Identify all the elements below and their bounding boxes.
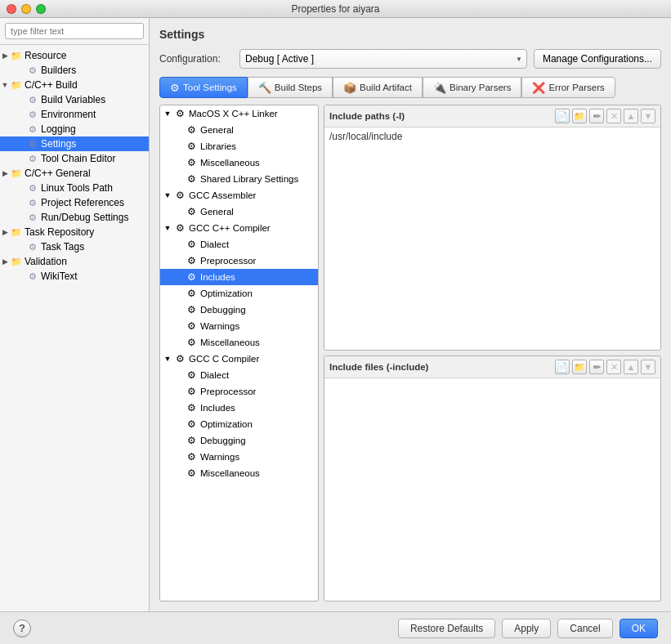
add-folder-include-button[interactable]: 📁 [572, 360, 587, 374]
item-icon: ⚙ [26, 64, 39, 77]
tool-label-tt-shared-lib: Shared Library Settings [200, 174, 298, 184]
tab-build-steps[interactable]: 🔨Build Steps [248, 77, 333, 98]
include-files-title: Include files (-include) [329, 362, 428, 372]
tool-tree-item-gcc-c-includes[interactable]: ⚙Includes [160, 400, 318, 416]
tool-tree-item-gcc-c-warnings[interactable]: ⚙Warnings [160, 449, 318, 465]
minimize-button[interactable] [21, 4, 31, 14]
tool-label-gcc-cpp-debugging: Debugging [200, 305, 246, 315]
main-container: ▶📁Resource ⚙Builders▼📁C/C++ Build ⚙Build… [0, 18, 671, 611]
sidebar-item-build-variables[interactable]: ⚙Build Variables [0, 92, 149, 107]
add-folder-path-button[interactable]: 📁 [572, 109, 587, 123]
include-paths-header: Include paths (-I) 📄 📁 ✏ ✕ ▲ ▼ [324, 105, 660, 127]
tool-tree-item-tt-general[interactable]: ⚙General [160, 122, 318, 138]
delete-include-button[interactable]: ✕ [606, 360, 621, 374]
tool-label-tt-libraries: Libraries [200, 141, 236, 151]
sidebar-label-builders: Builders [41, 65, 76, 76]
sidebar-item-tool-chain-editor[interactable]: ⚙Tool Chain Editor [0, 151, 149, 166]
sidebar-item-task-tags[interactable]: ⚙Task Tags [0, 239, 149, 254]
tool-icon-gcc-c-compiler: ⚙ [173, 352, 186, 365]
tool-tree-item-gcc-cpp-dialect[interactable]: ⚙Dialect [160, 236, 318, 253]
tool-tree-item-gcc-cpp-warnings[interactable]: ⚙Warnings [160, 318, 318, 334]
item-icon: ⚙ [26, 196, 39, 209]
sidebar-item-logging[interactable]: ⚙Logging [0, 122, 149, 136]
cancel-button[interactable]: Cancel [557, 619, 612, 638]
sidebar-item-resource[interactable]: ▶📁Resource [0, 48, 149, 63]
tab-build-artifact[interactable]: 📦Build Artifact [333, 77, 423, 98]
tool-tree-item-macosx-linker[interactable]: ▼⚙MacOS X C++ Linker [160, 105, 318, 122]
delete-path-button[interactable]: ✕ [606, 109, 621, 123]
sidebar-item-environment[interactable]: ⚙Environment [0, 107, 149, 122]
tool-arrow-gcc-c-compiler: ▼ [162, 355, 173, 363]
sidebar-item-task-repository[interactable]: ▶📁Task Repository [0, 225, 149, 239]
tool-tree-item-gcc-c-compiler[interactable]: ▼⚙GCC C Compiler [160, 351, 318, 367]
tool-tree-item-gcc-c-preprocessor[interactable]: ⚙Preprocessor [160, 383, 318, 400]
sidebar-item-cpp-build[interactable]: ▼📁C/C++ Build [0, 78, 149, 92]
close-button[interactable] [7, 4, 16, 14]
tool-tree-item-gcc-c-dialect[interactable]: ⚙Dialect [160, 367, 318, 383]
folder-icon: 📁 [10, 226, 23, 239]
tool-tree-item-tt-shared-lib[interactable]: ⚙Shared Library Settings [160, 171, 318, 187]
tool-icon-gcc-cpp-debugging: ⚙ [185, 303, 198, 316]
tool-tree-item-gcc-assembler[interactable]: ▼⚙GCC Assembler [160, 187, 318, 203]
tool-tree-item-gcc-c-miscellaneous[interactable]: ⚙Miscellaneous [160, 465, 318, 481]
tool-tree-item-gcc-asm-general[interactable]: ⚙General [160, 203, 318, 220]
sidebar-label-linux-tools-path: Linux Tools Path [41, 182, 113, 194]
tabs-bar: ⚙Tool Settings🔨Build Steps📦Build Artifac… [159, 77, 661, 98]
tab-binary-parsers[interactable]: 🔌Binary Parsers [423, 77, 521, 98]
edit-path-button[interactable]: ✏ [589, 109, 604, 123]
tab-tool-settings[interactable]: ⚙Tool Settings [159, 77, 248, 98]
apply-button[interactable]: Apply [502, 619, 551, 638]
add-file-path-button[interactable]: 📄 [555, 109, 570, 123]
tool-tree-item-tt-libraries[interactable]: ⚙Libraries [160, 138, 318, 154]
tool-tree-item-gcc-c-optimization[interactable]: ⚙Optimization [160, 416, 318, 432]
tool-label-gcc-c-includes: Includes [200, 403, 235, 413]
help-button[interactable]: ? [13, 619, 31, 637]
tool-label-gcc-cpp-compiler: GCC C++ Compiler [189, 223, 271, 233]
sidebar-item-run-debug-settings[interactable]: ⚙Run/Debug Settings [0, 210, 149, 225]
tool-tree-item-gcc-cpp-compiler[interactable]: ▼⚙GCC C++ Compiler [160, 220, 318, 236]
tab-icon-build-steps: 🔨 [258, 82, 271, 94]
sidebar-item-validation[interactable]: ▶📁Validation [0, 254, 149, 269]
manage-configurations-button[interactable]: Manage Configurations... [534, 49, 661, 69]
sidebar-item-wikitext[interactable]: ⚙WikiText [0, 269, 149, 284]
tab-label-error-parsers: Error Parsers [548, 83, 604, 92]
tool-tree-item-tt-miscellaneous[interactable]: ⚙Miscellaneous [160, 154, 318, 171]
edit-include-button[interactable]: ✏ [589, 360, 604, 374]
tool-label-tt-general: General [200, 125, 234, 135]
item-icon: ⚙ [26, 108, 39, 121]
tool-label-gcc-cpp-preprocessor: Preprocessor [200, 256, 256, 266]
restore-defaults-button[interactable]: Restore Defaults [398, 619, 495, 638]
include-path-value: /usr/local/include [329, 131, 402, 142]
config-select[interactable]: Debug [ Active ] [239, 49, 527, 69]
tab-label-build-steps: Build Steps [275, 83, 322, 92]
tool-tree-item-gcc-cpp-debugging[interactable]: ⚙Debugging [160, 302, 318, 318]
tool-tree-item-gcc-cpp-miscellaneous[interactable]: ⚙Miscellaneous [160, 334, 318, 351]
tool-tree-item-gcc-cpp-includes[interactable]: ⚙Includes [160, 269, 318, 285]
move-path-up-button[interactable]: ▲ [624, 109, 638, 123]
tab-icon-binary-parsers: 🔌 [433, 82, 446, 94]
tool-label-tt-miscellaneous: Miscellaneous [200, 158, 260, 168]
move-include-down-button[interactable]: ▼ [641, 360, 655, 374]
ok-button[interactable]: OK [620, 619, 658, 638]
tool-icon-gcc-cpp-dialect: ⚙ [185, 238, 198, 251]
tool-label-gcc-cpp-includes: Includes [200, 272, 235, 282]
maximize-button[interactable] [36, 4, 46, 14]
tool-tree-item-gcc-cpp-preprocessor[interactable]: ⚙Preprocessor [160, 253, 318, 269]
move-include-up-button[interactable]: ▲ [624, 360, 638, 374]
window-title: Properties for aiyara [291, 3, 379, 15]
tab-error-parsers[interactable]: ❌Error Parsers [521, 77, 615, 98]
sidebar-item-linux-tools-path[interactable]: ⚙Linux Tools Path [0, 181, 149, 195]
sidebar-item-project-references[interactable]: ⚙Project References [0, 195, 149, 210]
sidebar-filter-input[interactable] [5, 23, 144, 39]
sidebar-item-builders[interactable]: ⚙Builders [0, 63, 149, 78]
sidebar-item-settings[interactable]: ⚙Settings [0, 136, 149, 151]
item-icon: ⚙ [26, 181, 39, 195]
add-file-include-button[interactable]: 📄 [555, 360, 570, 374]
move-path-down-button[interactable]: ▼ [641, 109, 655, 123]
sidebar-tree: ▶📁Resource ⚙Builders▼📁C/C++ Build ⚙Build… [0, 45, 149, 611]
sidebar-item-cpp-general[interactable]: ▶📁C/C++ General [0, 166, 149, 181]
tool-tree-item-gcc-c-debugging[interactable]: ⚙Debugging [160, 432, 318, 449]
sidebar-arrow-cpp-general: ▶ [0, 169, 10, 177]
sidebar-filter-area [0, 18, 149, 45]
tool-tree-item-gcc-cpp-optimization[interactable]: ⚙Optimization [160, 285, 318, 302]
